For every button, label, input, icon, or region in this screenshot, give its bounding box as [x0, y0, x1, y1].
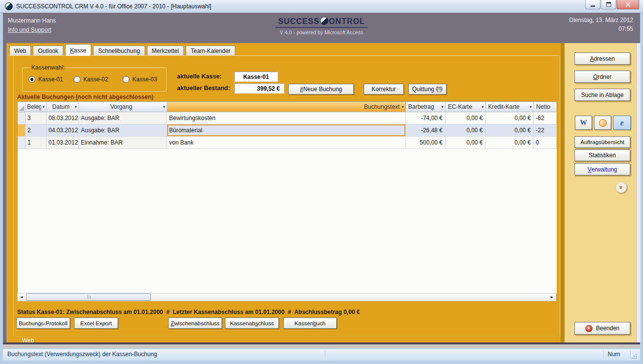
cell-netto[interactable]: -62: [534, 112, 557, 124]
chevron-double-down-icon: »: [618, 186, 624, 189]
cell-datum[interactable]: 08.03.2012: [47, 112, 79, 124]
scrollbar-thumb[interactable]: [26, 293, 151, 301]
cell-netto[interactable]: 0: [534, 137, 557, 149]
radio-icon[interactable]: [123, 76, 129, 83]
column-header-netto[interactable]: Netto: [534, 102, 557, 112]
cell-beleg[interactable]: 1: [25, 137, 47, 149]
filter-arrow-icon[interactable]: ▾: [481, 104, 484, 109]
section-title: Aktuelle Buchungen (noch nicht abgeschlo…: [17, 94, 153, 100]
column-header-beleg[interactable]: Beleg▾: [25, 102, 47, 112]
maximize-button[interactable]: [601, 0, 616, 9]
cell-datum[interactable]: 01.03.2012: [47, 137, 79, 149]
filter-arrow-icon[interactable]: ▾: [42, 104, 45, 109]
tab-web[interactable]: Web: [9, 46, 31, 56]
cell-buchungstext[interactable]: von Bank: [167, 137, 406, 149]
cell-barbetrag[interactable]: -74,00 €: [406, 112, 445, 124]
column-header-datum[interactable]: Datum▾: [47, 102, 79, 112]
kasse-radio-2[interactable]: Kasse-03: [123, 76, 157, 83]
column-header-ec-karte[interactable]: EC-Karte▾: [445, 102, 486, 112]
table-row[interactable]: 2 04.03.2012 Ausgabe: BAR Büromaterial -…: [18, 124, 557, 137]
kassenabschluss-button[interactable]: Kassenabschluss: [225, 317, 279, 329]
ordner-button[interactable]: Ordner: [574, 71, 630, 83]
zwischenabschluss-button[interactable]: Zwischenabschluss: [168, 317, 222, 329]
horizontal-scrollbar[interactable]: ◄ ►: [17, 293, 556, 301]
buchungs-protokoll-button[interactable]: Buchungs-Protokoll: [16, 317, 70, 329]
cell-netto[interactable]: -22: [534, 124, 557, 137]
verwaltung-button[interactable]: Verwaltung: [574, 163, 630, 175]
radio-icon[interactable]: [74, 76, 80, 83]
radio-icon[interactable]: [28, 76, 35, 83]
scroll-right-button[interactable]: ►: [548, 293, 556, 301]
tab-team-kalender[interactable]: Team-Kalender: [186, 46, 235, 56]
statistiken-button[interactable]: Statistiken: [574, 149, 630, 161]
resize-grip[interactable]: [631, 353, 637, 359]
cell-barbetrag[interactable]: -26,48 €: [406, 124, 445, 137]
cell-ec-karte[interactable]: 0,00 €: [445, 137, 486, 149]
filter-arrow-icon[interactable]: ▾: [529, 104, 532, 109]
adressen-button[interactable]: Adressen: [574, 52, 630, 65]
word-icon: W: [580, 119, 587, 127]
status-bar: Buchungstext (Verwendungszweck) der Kass…: [3, 348, 640, 361]
status-bar-divider: [603, 350, 604, 359]
excel-export-button[interactable]: Excel Export: [74, 317, 118, 329]
kasse-radio-1[interactable]: Kasse-02: [74, 76, 123, 83]
tab-merkzettel[interactable]: Merkzettel: [147, 46, 184, 56]
cell-buchungstext[interactable]: Büromaterial: [167, 124, 406, 137]
cell-kredit-karte[interactable]: 0,00 €: [486, 124, 534, 137]
cell-barbetrag[interactable]: 500,00 €: [406, 137, 445, 149]
table-row[interactable]: 3 08.03.2012 Ausgabe: BAR Bewirtungskost…: [18, 112, 557, 124]
column-header-buchungstext[interactable]: Buchungstext▾: [167, 102, 406, 112]
cell-beleg[interactable]: 2: [25, 124, 47, 137]
quittung-button[interactable]: Quittung: [408, 84, 446, 95]
cell-vorgang[interactable]: Ausgabe: BAR: [79, 112, 167, 124]
select-all-cell[interactable]: [18, 102, 25, 112]
logo-circle-icon: [320, 17, 328, 25]
suche-in-ablage-button[interactable]: Suche in Ablage: [574, 89, 630, 101]
filter-arrow-icon[interactable]: ▾: [441, 104, 444, 109]
kassenbuch-button[interactable]: Kassenbuch: [283, 317, 337, 329]
korrektur-button[interactable]: Korrektur: [364, 84, 404, 95]
cell-ec-karte[interactable]: 0,00 €: [445, 112, 486, 124]
tab-schnellbuchung[interactable]: Schnellbuchung: [93, 46, 145, 56]
row-selector[interactable]: [18, 124, 25, 137]
close-button[interactable]: [617, 0, 639, 9]
column-header-barbetrag[interactable]: Barbetrag▾: [406, 102, 445, 112]
bestand-field[interactable]: 399,52 €: [234, 83, 284, 94]
cell-vorgang[interactable]: Ausgabe: BAR: [79, 124, 167, 137]
cell-ec-karte[interactable]: 0,00 €: [445, 124, 486, 137]
neue-buchung-button[interactable]: # Neue Buchung: [288, 84, 354, 95]
scroll-left-button[interactable]: ◄: [18, 293, 25, 301]
filter-arrow-icon[interactable]: ▾: [401, 104, 404, 109]
current-kasse-label: aktuelle Kasse:: [177, 73, 222, 80]
left-frame-strip: [3, 43, 6, 342]
cell-kredit-karte[interactable]: 0,00 €: [486, 137, 534, 149]
table-row[interactable]: 1 01.03.2012 Einnahme: BAR von Bank 500,…: [18, 137, 557, 149]
internet-explorer-button[interactable]: e: [613, 116, 631, 130]
beenden-button[interactable]: × Beenden: [574, 322, 630, 335]
cell-kredit-karte[interactable]: 0,00 €: [486, 112, 534, 124]
expand-more-button[interactable]: »: [616, 182, 627, 193]
outlook-button[interactable]: [594, 116, 611, 130]
logo-tagline: V 4.0 - powered by Microsoft Access: [3, 29, 640, 35]
kasse-radio-0[interactable]: Kasse-01: [28, 76, 74, 83]
cell-vorgang[interactable]: Einnahme: BAR: [79, 137, 167, 149]
column-header-kredit-karte[interactable]: Kredit-Karte▾: [486, 102, 534, 112]
auftragsuebersicht-button[interactable]: Auftragsübersicht: [574, 136, 630, 148]
title-bar[interactable]: SUCCESSCONTROL CRM V 4.0 - für Office 20…: [0, 0, 643, 13]
row-selector[interactable]: [18, 112, 25, 124]
tab-kasse[interactable]: Kasse: [65, 44, 91, 56]
current-kasse-field[interactable]: Kasse-01: [234, 72, 278, 82]
minimize-button[interactable]: [585, 0, 600, 9]
cell-datum[interactable]: 04.03.2012: [47, 124, 79, 137]
beenden-icon: ×: [585, 325, 593, 332]
filter-arrow-icon[interactable]: ▾: [163, 104, 165, 109]
column-header-vorgang[interactable]: Vorgang▾: [79, 102, 167, 112]
row-selector[interactable]: [18, 137, 25, 149]
word-button[interactable]: W: [575, 116, 592, 130]
tab-outlook[interactable]: Outlook: [33, 46, 63, 56]
maximize-icon: [606, 2, 611, 7]
filter-arrow-icon[interactable]: ▾: [74, 104, 77, 109]
cell-buchungstext[interactable]: Bewirtungskosten: [167, 112, 406, 124]
cell-beleg[interactable]: 3: [25, 112, 47, 124]
bookings-table: Beleg▾ Datum▾ Vorgang▾ Buchungstext▾ Bar…: [17, 101, 557, 294]
